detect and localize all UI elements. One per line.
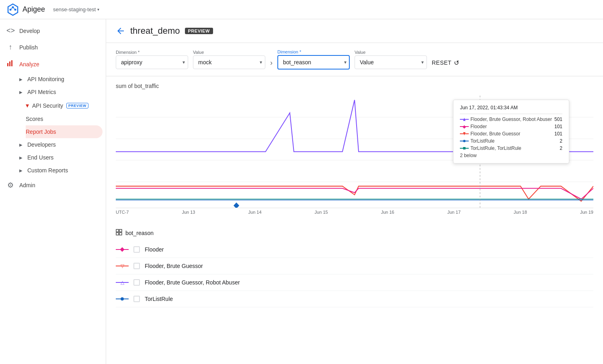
legend-item-0: Flooder [116,241,593,258]
sidebar-item-api-metrics-label: API Metrics [27,89,56,95]
sidebar-item-api-security-label: API Security [32,102,63,109]
dimension2-select[interactable]: bot_reason [277,55,350,70]
dimension1-wrapper: apiproxy ▾ [116,55,188,69]
api-security-sub: Scores Report Jobs [19,112,106,138]
sidebar-item-develop[interactable]: <> Develop [0,22,103,39]
chart-container: sum of bot_traffic [106,76,603,223]
svg-rect-28 [119,233,122,235]
filter-row: Dimension * apiproxy ▾ Value mock ▾ › [106,43,603,76]
api-security-preview-badge: PREVIEW [66,103,88,108]
content-header: threat_demo PREVIEW [106,19,603,43]
sidebar-item-report-jobs[interactable]: Report Jobs [26,125,103,138]
sidebar-item-custom-reports[interactable]: ▶ Custom Reports [19,164,103,177]
tooltip-row-1-left: Flooder [460,124,552,129]
sidebar-item-develop-label: Develop [19,28,40,34]
legend-checkbox-2[interactable] [133,279,140,286]
bar-chart-icon [6,59,14,69]
back-button[interactable] [116,26,125,36]
sidebar-item-api-metrics[interactable]: ▶ API Metrics [19,86,103,98]
legend-label-2: Flooder, Brute Guessor, Robot Abuser [145,279,240,286]
legend-label-3: TorListRule [145,296,173,302]
sidebar-item-analyze[interactable]: Analyze [0,55,103,73]
tooltip-below: 2 below [460,153,562,158]
x-label-4: Jun 16 [381,210,394,215]
tooltip-marker-3 [460,139,469,143]
tooltip-value-0: 501 [554,117,562,122]
x-label-0: UTC-7 [116,210,129,215]
sidebar-item-publish-label: Publish [19,44,38,51]
org-name: sense-staging-test [53,6,96,12]
reset-label: RESET [432,59,451,66]
org-selector[interactable]: sense-staging-test ▾ [50,5,103,14]
svg-rect-18 [463,125,466,129]
expand-icon-end-users: ▶ [19,155,23,160]
tooltip-row-4-left: TorListRule, TorListRule [460,145,557,151]
page-title: threat_demo [130,26,180,36]
svg-rect-8 [11,60,12,66]
tooltip-label-1: Flooder [470,124,487,129]
expand-icon-developers: ▶ [19,143,23,147]
sidebar-item-scores[interactable]: Scores [26,112,103,125]
sidebar-item-scores-label: Scores [26,116,43,122]
legend-checkbox-0[interactable] [133,246,140,253]
tooltip-label-4: TorListRule, TorListRule [470,145,521,151]
legend-item-2: △ Flooder, Brute Guessor, Robot Abuser [116,274,593,291]
tooltip-row-2-left: Flooder, Brute Guessor [460,131,552,137]
value2-label: Value [355,50,427,55]
dimension1-select[interactable]: apiproxy [116,55,188,69]
legend-title: bot_reason [116,229,593,237]
sidebar-item-end-users[interactable]: ▶ End Users [19,151,103,164]
sidebar: <> Develop ↑ Publish Analyze ▶ API Monit… [0,19,106,364]
value2-group: Value Value ▾ [355,50,427,69]
value2-wrapper: Value ▾ [355,55,427,69]
sidebar-item-analyze-label: Analyze [19,61,39,67]
svg-point-22 [463,140,466,142]
tooltip-date: Jun 17, 2022, 01:43:34 AM [460,105,562,110]
value2-select[interactable]: Value [355,55,427,69]
tooltip-label-3: TorListRule [470,138,494,144]
code-icon: <> [6,27,14,35]
sidebar-item-api-security[interactable]: ▾ API Security PREVIEW [19,98,106,112]
sidebar-analyze-sub: ▶ API Monitoring ▶ API Metrics ▾ API Sec… [0,73,106,177]
sidebar-item-developers-label: Developers [27,141,56,148]
dimension1-group: Dimension * apiproxy ▾ [116,50,188,69]
chain-arrow-icon: › [270,59,273,67]
value1-group: Value mock ▾ [193,50,265,69]
sidebar-item-developers[interactable]: ▶ Developers [19,138,103,151]
svg-rect-25 [116,229,119,232]
sidebar-item-admin-label: Admin [19,182,35,188]
sidebar-item-admin[interactable]: ⚙ Admin [0,177,103,194]
legend-checkbox-1[interactable] [133,263,140,269]
value1-select[interactable]: mock [193,55,265,69]
sidebar-item-api-monitoring[interactable]: ▶ API Monitoring [19,73,103,86]
legend-item-3: TorListRule [116,291,593,307]
legend-marker-3 [116,296,129,302]
sidebar-item-report-jobs-label: Report Jobs [26,129,56,135]
tooltip-row-2: Flooder, Brute Guessor 101 [460,131,562,137]
dimension2-label: Dimension * [277,49,350,54]
legend-title-text: bot_reason [125,230,154,236]
app-name: Apigee [23,5,45,14]
svg-line-4 [11,8,12,9]
dimension2-wrapper: bot_reason ▾ [277,55,350,70]
dimension2-group: Dimension * bot_reason ▾ [277,49,350,70]
x-label-5: Jun 17 [447,210,461,215]
legend-item-1: ▽ Flooder, Brute Guessor [116,258,593,274]
tooltip-divider [460,114,562,114]
legend-label-0: Flooder [145,246,164,253]
legend-checkbox-3[interactable] [133,296,140,302]
tooltip-label-2: Flooder, Brute Guessor [470,131,520,137]
sidebar-item-publish[interactable]: ↑ Publish [0,39,103,55]
tooltip-value-2: 101 [554,131,562,137]
chart-title: sum of bot_traffic [116,83,593,89]
x-label-1: Jun 13 [182,210,195,215]
expand-icon: ▶ [19,77,23,82]
svg-rect-13 [234,202,239,208]
tooltip-marker-1 [460,125,469,129]
reset-button[interactable]: RESET ↺ [432,59,459,67]
sidebar-item-custom-reports-label: Custom Reports [27,167,68,174]
tooltip-row-3: TorListRule 2 [460,138,562,144]
x-label-7: Jun 19 [580,210,593,215]
reset-icon: ↺ [454,59,459,67]
svg-rect-6 [7,63,8,66]
